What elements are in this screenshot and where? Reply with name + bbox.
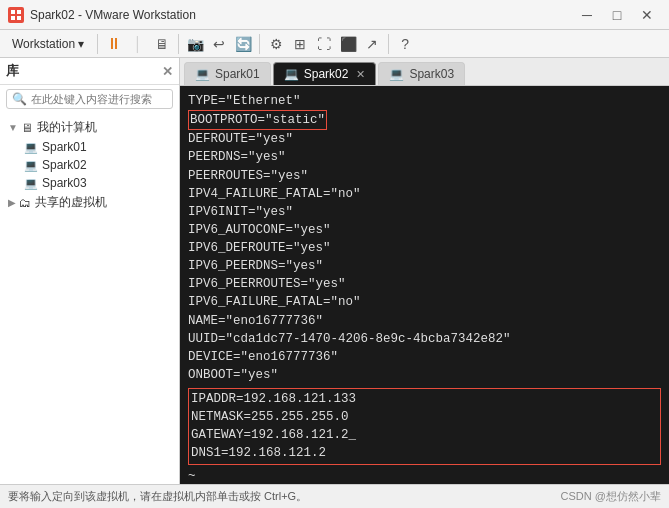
workstation-menu[interactable]: Workstation ▾ [4, 34, 92, 54]
tab-icon-spark01: 💻 [195, 67, 210, 81]
tab-label-spark03: Spark03 [409, 67, 454, 81]
bootproto-highlight: BOOTPROTO="static" [188, 110, 327, 130]
status-right: CSDN @想仿然小辈 [561, 489, 661, 504]
terminal-line-3: PEERDNS="yes" [188, 148, 661, 166]
snapshot-button[interactable]: 📷 [184, 33, 206, 55]
window-controls: ─ □ ✕ [573, 4, 661, 26]
tabs-bar: 💻 Spark01 💻 Spark02 ✕ 💻 Spark03 [180, 58, 669, 86]
terminal-line-7: IPV6_AUTOCONF="yes" [188, 221, 661, 239]
menu-dropdown-icon: ▾ [78, 37, 84, 51]
toolbar-separator: │ [127, 33, 149, 55]
terminal-line-9: IPV6_PEERDNS="yes" [188, 257, 661, 275]
settings-button[interactable]: ⚙ [265, 33, 287, 55]
status-text: 要将输入定向到该虚拟机，请在虚拟机内部单击或按 Ctrl+G。 [8, 489, 307, 504]
shared-vms-item[interactable]: ▶ 🗂 共享的虚拟机 [4, 192, 179, 213]
pause-button[interactable]: ⏸ [103, 33, 125, 55]
search-icon: 🔍 [12, 92, 27, 106]
vm-icon-spark03: 💻 [24, 177, 38, 190]
separator-2 [178, 34, 179, 54]
gateway-line: GATEWAY=192.168.121.2_ [191, 426, 658, 444]
shared-arrow: ▶ [8, 197, 16, 208]
power-button[interactable]: 🖥 [151, 33, 173, 55]
separator-4 [388, 34, 389, 54]
vm-spark02[interactable]: 💻 Spark02 [20, 156, 179, 174]
terminal-line-14: DEVICE="eno16777736" [188, 348, 661, 366]
svg-rect-1 [17, 10, 21, 14]
vm-spark03[interactable]: 💻 Spark03 [20, 174, 179, 192]
tab-spark03[interactable]: 💻 Spark03 [378, 62, 465, 85]
refresh-button[interactable]: 🔄 [232, 33, 254, 55]
terminal-line-0: TYPE="Ethernet" [188, 92, 661, 110]
terminal-cursor-line: ~ [188, 467, 661, 485]
minimize-button[interactable]: ─ [573, 4, 601, 26]
my-computer-item[interactable]: ▼ 🖥 我的计算机 [4, 117, 179, 138]
separator-3 [259, 34, 260, 54]
help-button[interactable]: ? [394, 33, 416, 55]
terminal-line-6: IPV6INIT="yes" [188, 203, 661, 221]
separator-1 [97, 34, 98, 54]
vm-icon-spark02: 💻 [24, 159, 38, 172]
watermark-text: CSDN @想仿然小辈 [561, 489, 661, 504]
svg-rect-3 [17, 16, 21, 20]
expand-arrow: ▼ [8, 122, 18, 133]
revert-button[interactable]: ↩ [208, 33, 230, 55]
my-computer-group: ▼ 🖥 我的计算机 💻 Spark01 💻 Spark02 💻 [4, 117, 179, 213]
ip-config-block: IPADDR=192.168.121.133 NETMASK=255.255.2… [188, 388, 661, 465]
svg-rect-2 [11, 16, 15, 20]
dns1-line: DNS1=192.168.121.2 [191, 444, 658, 462]
terminal-line-10: IPV6_PEERROUTES="yes" [188, 275, 661, 293]
tab-close-spark02[interactable]: ✕ [356, 68, 365, 81]
sidebar-search-box[interactable]: 🔍 [6, 89, 173, 109]
usb-button[interactable]: ⬛ [337, 33, 359, 55]
app-icon [8, 7, 24, 23]
terminal-line-15: ONBOOT="yes" [188, 366, 661, 384]
svg-rect-0 [11, 10, 15, 14]
sidebar-close-btn[interactable]: ✕ [162, 64, 173, 79]
tab-spark02[interactable]: 💻 Spark02 ✕ [273, 62, 377, 85]
terminal-line-1: BOOTPROTO="static" [188, 110, 661, 130]
vm-list: 💻 Spark01 💻 Spark02 💻 Spark03 [20, 138, 179, 192]
computer-icon: 🖥 [21, 121, 33, 135]
vm-icon-spark01: 💻 [24, 141, 38, 154]
terminal-line-5: IPV4_FAILURE_FATAL="no" [188, 185, 661, 203]
status-bar: 要将输入定向到该虚拟机，请在虚拟机内部单击或按 Ctrl+G。 CSDN @想仿… [0, 484, 669, 508]
sidebar: 库 ✕ 🔍 ▼ 🖥 我的计算机 💻 Spark01 [0, 58, 180, 484]
window-title: Spark02 - VMware Workstation [30, 8, 573, 22]
sidebar-tree: ▼ 🖥 我的计算机 💻 Spark01 💻 Spark02 💻 [0, 113, 179, 484]
main-container: 库 ✕ 🔍 ▼ 🖥 我的计算机 💻 Spark01 [0, 58, 669, 484]
vm-label-spark02: Spark02 [42, 158, 87, 172]
tab-label-spark02: Spark02 [304, 67, 349, 81]
fullscreen-button[interactable]: ⛶ [313, 33, 335, 55]
shared-icon: 🗂 [19, 196, 31, 210]
view-button[interactable]: ⊞ [289, 33, 311, 55]
terminal-line-12: NAME="eno16777736" [188, 312, 661, 330]
connect-button[interactable]: ↗ [361, 33, 383, 55]
terminal-line-13: UUID="cda1dc77-1470-4206-8e9c-4bcba7342e… [188, 330, 661, 348]
content-area: 💻 Spark01 💻 Spark02 ✕ 💻 Spark03 TYPE="Et… [180, 58, 669, 484]
search-input[interactable] [31, 93, 169, 105]
ipaddr-line: IPADDR=192.168.121.133 [191, 390, 658, 408]
netmask-line: NETMASK=255.255.255.0 [191, 408, 658, 426]
close-button[interactable]: ✕ [633, 4, 661, 26]
tab-icon-spark02: 💻 [284, 67, 299, 81]
vm-spark01[interactable]: 💻 Spark01 [20, 138, 179, 156]
terminal-line-4: PEERROUTES="yes" [188, 167, 661, 185]
menu-bar: Workstation ▾ ⏸ │ 🖥 📷 ↩ 🔄 ⚙ ⊞ ⛶ ⬛ ↗ ? [0, 30, 669, 58]
terminal-line-11: IPV6_FAILURE_FATAL="no" [188, 293, 661, 311]
sidebar-title: 库 [6, 62, 19, 80]
maximize-button[interactable]: □ [603, 4, 631, 26]
tab-label-spark01: Spark01 [215, 67, 260, 81]
terminal-line-8: IPV6_DEFROUTE="yes" [188, 239, 661, 257]
tab-icon-spark03: 💻 [389, 67, 404, 81]
tab-spark01[interactable]: 💻 Spark01 [184, 62, 271, 85]
terminal-line-2: DEFROUTE="yes" [188, 130, 661, 148]
my-computer-label: 我的计算机 [37, 119, 97, 136]
vm-label-spark01: Spark01 [42, 140, 87, 154]
vm-label-spark03: Spark03 [42, 176, 87, 190]
terminal-display[interactable]: TYPE="Ethernet" BOOTPROTO="static" DEFRO… [180, 86, 669, 484]
title-bar: Spark02 - VMware Workstation ─ □ ✕ [0, 0, 669, 30]
shared-vms-label: 共享的虚拟机 [35, 194, 107, 211]
sidebar-header: 库 ✕ [0, 58, 179, 85]
